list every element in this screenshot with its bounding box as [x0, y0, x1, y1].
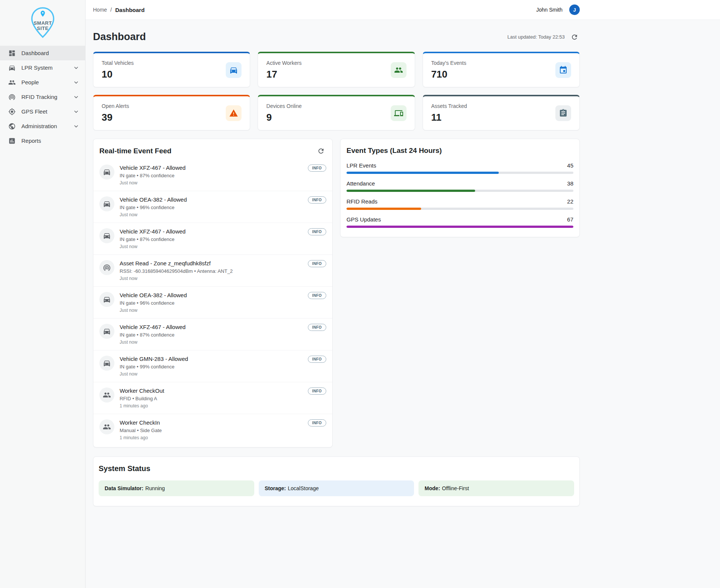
event-type-row-gps-updates: GPS Updates67: [346, 216, 573, 228]
event-type-label: GPS Updates: [346, 216, 381, 223]
status-chip-value: Offline-First: [442, 485, 469, 491]
reports-icon: [8, 137, 16, 145]
last-updated-text: Last updated: Today 22:53: [507, 34, 565, 40]
refresh-icon: [571, 33, 578, 41]
event-title: Worker CheckIn: [120, 419, 300, 426]
people-icon: [8, 79, 16, 86]
event-body: Vehicle OEA-382 - AllowedIN gate • 96% c…: [120, 292, 300, 313]
car-icon: [226, 62, 242, 78]
event-feed-item: Vehicle OEA-382 - AllowedIN gate • 96% c…: [93, 287, 332, 319]
assignment-icon: [555, 105, 571, 121]
event-type-value: 38: [567, 180, 573, 187]
system-status-card: System Status Data Simulator:RunningStor…: [93, 456, 580, 506]
sidebar-item-reports[interactable]: Reports: [0, 133, 85, 148]
status-chip-label: Mode:: [424, 485, 440, 491]
chevron-down-icon: [72, 108, 80, 115]
assignment-icon: [559, 109, 568, 118]
event-type-value: 22: [567, 198, 573, 205]
event-feed-title: Real-time Event Feed: [99, 147, 171, 155]
status-chip-storage-: Storage:LocalStorage: [259, 480, 414, 496]
stat-label: Today's Events: [431, 60, 466, 66]
event-title: Worker CheckOut: [120, 388, 300, 394]
last-updated: Last updated: Today 22:53: [507, 32, 580, 42]
feed-refresh-button[interactable]: [316, 146, 326, 156]
stat-text: Total Vehicles10: [102, 60, 134, 80]
car-icon: [99, 356, 114, 371]
car-icon: [8, 64, 16, 72]
car-icon: [103, 200, 111, 208]
sidebar-item-rfid-tracking[interactable]: RFID Tracking: [0, 90, 85, 104]
breadcrumb-home-link[interactable]: Home: [93, 7, 107, 13]
event-detail: Manual • Side Gate: [120, 428, 300, 433]
warning-icon: [229, 109, 238, 118]
breadcrumb: Home / Dashboard: [93, 7, 145, 13]
app-root: SMART SITE DashboardLPR SystemPeopleRFID…: [0, 0, 720, 588]
event-type-value: 45: [567, 162, 573, 169]
stat-text: Active Workers17: [266, 60, 302, 80]
event-type-row-lpr-events: LPR Events45: [346, 162, 573, 174]
event-feed-item: Vehicle XFZ-467 - AllowedIN gate • 87% c…: [93, 223, 332, 255]
refresh-button[interactable]: [569, 32, 580, 42]
stat-label: Total Vehicles: [102, 60, 134, 66]
administration-icon: [8, 123, 16, 130]
sidebar-item-label: Reports: [21, 138, 80, 144]
chevron-down-icon: [72, 64, 80, 72]
sidebar: SMART SITE DashboardLPR SystemPeopleRFID…: [0, 0, 86, 588]
system-status-chips: Data Simulator:RunningStorage:LocalStora…: [99, 480, 574, 496]
event-detail: RFID • Building A: [120, 396, 300, 401]
status-chip-value: LocalStorage: [288, 485, 319, 491]
event-feed-item: Vehicle OEA-382 - AllowedIN gate • 96% c…: [93, 191, 332, 223]
event-title: Vehicle OEA-382 - Allowed: [120, 196, 300, 203]
sidebar-item-people[interactable]: People: [0, 75, 85, 90]
car-icon: [99, 196, 114, 211]
sidebar-item-label: People: [21, 79, 67, 85]
calendar-icon: [559, 66, 568, 75]
sidebar-item-administration[interactable]: Administration: [0, 119, 85, 133]
stat-label: Open Alerts: [102, 103, 129, 109]
administration-icon: [8, 123, 16, 130]
event-time: 1 minutes ago: [120, 435, 300, 440]
user-name: John Smith: [536, 7, 562, 13]
info-badge: INFO: [308, 324, 327, 331]
stat-card-open-alerts: Open Alerts39: [93, 95, 250, 130]
info-badge: INFO: [308, 292, 327, 299]
event-type-label: RFID Reads: [346, 198, 378, 205]
rfid-icon: [8, 93, 16, 101]
event-time: 1 minutes ago: [120, 403, 300, 408]
car-icon: [99, 228, 114, 243]
car-icon: [103, 168, 111, 176]
stat-value: 9: [266, 112, 302, 123]
dashboard-icon: [8, 49, 16, 57]
status-chip-value: Running: [145, 485, 165, 491]
progress-track: [346, 208, 573, 210]
event-title: Vehicle XFZ-467 - Allowed: [120, 324, 300, 330]
event-time: Just now: [120, 371, 300, 377]
reports-icon: [8, 137, 16, 145]
progress-track: [346, 226, 573, 228]
sidebar-item-dashboard[interactable]: Dashboard: [0, 46, 85, 60]
event-detail: IN gate • 87% confidence: [120, 332, 300, 338]
sidebar-item-gps-fleet[interactable]: GPS Fleet: [0, 104, 85, 119]
progress-fill: [346, 190, 475, 192]
progress-fill: [346, 226, 573, 228]
status-chip-data-simulator-: Data Simulator:Running: [99, 480, 254, 496]
event-title: Vehicle XFZ-467 - Allowed: [120, 165, 300, 171]
event-type-label: Attendance: [346, 180, 375, 187]
stat-text: Today's Events710: [431, 60, 466, 80]
event-feed-item: Worker CheckOutRFID • Building A1 minute…: [93, 382, 332, 414]
stat-value: 11: [431, 112, 467, 123]
event-type-head: LPR Events45: [346, 162, 573, 169]
user-menu: John Smith J: [536, 4, 580, 15]
avatar[interactable]: J: [569, 4, 580, 15]
people-icon: [103, 391, 111, 399]
sidebar-item-label: Dashboard: [21, 50, 80, 56]
sidebar-item-lpr-system[interactable]: LPR System: [0, 60, 85, 75]
event-feed-item: Vehicle XFZ-467 - AllowedIN gate • 87% c…: [93, 319, 332, 350]
event-detail: IN gate • 96% confidence: [120, 300, 300, 306]
chevron-down-icon: [72, 123, 80, 130]
stat-value: 10: [102, 69, 134, 80]
event-body: Vehicle GMN-283 - AllowedIN gate • 99% c…: [120, 356, 300, 377]
event-detail: IN gate • 87% confidence: [120, 173, 300, 178]
status-chip-label: Data Simulator:: [105, 485, 143, 491]
stat-text: Devices Online9: [266, 103, 302, 123]
